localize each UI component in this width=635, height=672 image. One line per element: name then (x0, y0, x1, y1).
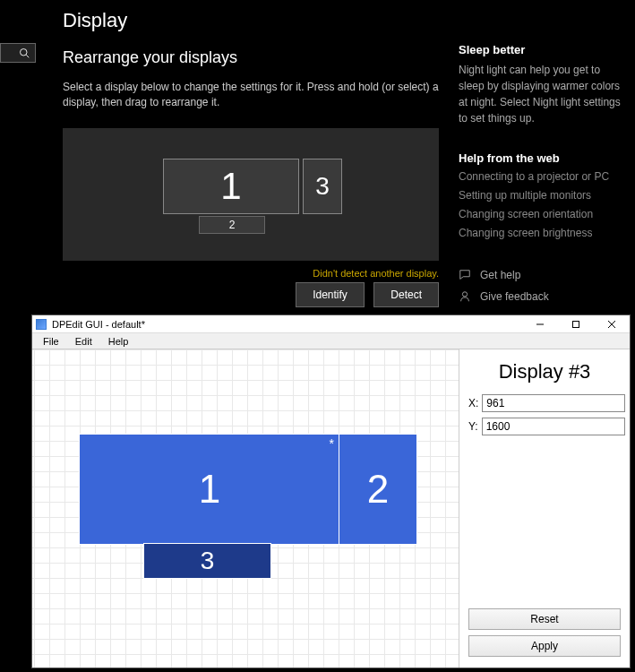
dpedit-window: DPEdit GUI - default* File Edit Help 1 *… (31, 314, 631, 668)
get-help-label: Get help (480, 269, 520, 281)
minimize-button[interactable] (522, 315, 558, 333)
search-icon (19, 47, 30, 58)
display-arrange-box[interactable]: 1 3 2 (63, 128, 439, 261)
primary-star-icon: * (330, 436, 334, 451)
properties-buttons: Reset Apply (468, 608, 621, 662)
dp-display-2[interactable]: 2 (339, 435, 416, 544)
y-row: Y: (468, 418, 621, 435)
feedback-icon (459, 290, 471, 303)
reset-button[interactable]: Reset (468, 608, 621, 630)
settings-content: Display Rearrange your displays Select a… (63, 9, 448, 307)
chat-icon (459, 269, 471, 281)
search-button[interactable] (0, 43, 36, 63)
detect-row: Didn't detect another display. Identify … (63, 268, 439, 307)
menu-edit[interactable]: Edit (68, 335, 99, 348)
canvas-area[interactable]: 1 * 2 3 (32, 349, 459, 668)
page-title: Display (63, 9, 448, 32)
link-projector[interactable]: Connecting to a projector or PC (459, 170, 629, 183)
menu-help[interactable]: Help (101, 335, 136, 348)
link-brightness[interactable]: Changing screen brightness (459, 227, 629, 239)
maximize-icon (571, 320, 580, 329)
properties-panel: Display #3 X: Y: Reset Apply (459, 349, 630, 668)
dp-display-2-label: 2 (367, 467, 389, 512)
svg-rect-4 (573, 321, 579, 327)
titlebar[interactable]: DPEdit GUI - default* (32, 315, 630, 333)
svg-point-0 (21, 49, 28, 56)
link-orientation[interactable]: Changing screen orientation (459, 208, 629, 220)
get-help-link[interactable]: Get help (459, 269, 629, 281)
svg-line-1 (26, 55, 29, 57)
x-input[interactable] (482, 394, 625, 412)
section-description: Select a display below to change the set… (63, 80, 448, 110)
close-icon (607, 320, 616, 329)
svg-point-2 (462, 292, 467, 297)
apply-button[interactable]: Apply (468, 635, 621, 657)
dp-display-1-label: 1 (199, 467, 220, 512)
x-row: X: (468, 394, 621, 412)
dp-display-3[interactable]: 3 (144, 544, 270, 578)
help-web-heading: Help from the web (459, 151, 629, 165)
link-multiple-monitors[interactable]: Setting up multiple monitors (459, 189, 629, 202)
section-title: Rearrange your displays (63, 48, 448, 67)
settings-sidebar: Sleep better Night light can help you ge… (459, 43, 629, 312)
y-input[interactable] (482, 418, 625, 435)
dpedit-body: 1 * 2 3 Display #3 X: Y: (32, 349, 630, 668)
give-feedback-label: Give feedback (480, 290, 549, 303)
display-tile-3[interactable]: 3 (303, 159, 342, 214)
identify-button[interactable]: Identify (296, 282, 365, 307)
properties-title: Display #3 (468, 360, 621, 383)
window-title: DPEdit GUI - default* (52, 319, 522, 330)
display-tile-1[interactable]: 1 (163, 159, 299, 214)
detect-message: Didn't detect another display. (63, 268, 439, 279)
menubar: File Edit Help (32, 333, 630, 349)
menu-file[interactable]: File (36, 335, 66, 348)
sleep-better-heading: Sleep better (459, 43, 629, 56)
app-icon (36, 319, 47, 330)
close-button[interactable] (594, 315, 630, 333)
dp-display-3-label: 3 (201, 547, 215, 575)
detect-button[interactable]: Detect (373, 282, 439, 307)
minimize-icon (536, 320, 545, 329)
canvas[interactable]: 1 * 2 3 (32, 349, 459, 668)
y-label: Y: (468, 420, 478, 433)
maximize-button[interactable] (558, 315, 594, 333)
dp-display-1[interactable]: 1 * (80, 435, 339, 544)
x-label: X: (468, 397, 478, 409)
give-feedback-link[interactable]: Give feedback (459, 290, 629, 303)
display-tile-2[interactable]: 2 (199, 216, 265, 234)
sleep-better-text: Night light can help you get to sleep by… (459, 62, 629, 126)
